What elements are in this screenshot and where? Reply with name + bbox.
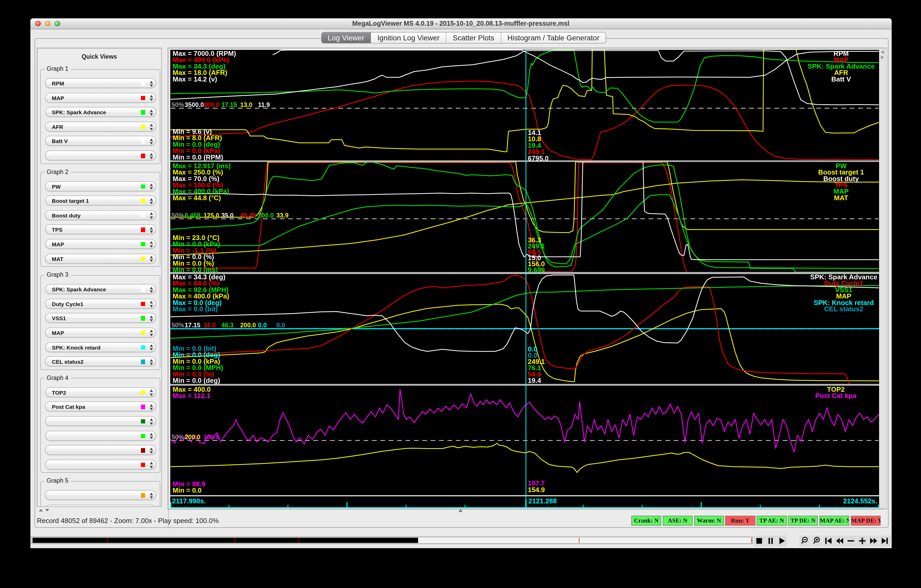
svg-text:Batt V: Batt V: [831, 75, 851, 83]
svg-text:200.0: 200.0: [184, 433, 200, 440]
svg-text:9.699: 9.699: [527, 266, 545, 274]
svg-text:Max = 44.8 (°C): Max = 44.8 (°C): [172, 194, 221, 202]
svg-text:Max = 14.2 (v): Max = 14.2 (v): [172, 75, 217, 83]
svg-text:2121.288: 2121.288: [528, 497, 557, 505]
svg-text:50%: 50%: [171, 321, 184, 328]
svg-text:125.0: 125.0: [203, 212, 219, 218]
svg-text:200.0: 200.0: [240, 321, 255, 328]
svg-text:17.15: 17.15: [184, 321, 200, 328]
svg-text:32.0: 32.0: [203, 321, 216, 328]
svg-text:3500.0: 3500.0: [184, 101, 203, 108]
svg-text:13.0: 13.0: [240, 101, 252, 108]
svg-text:200.0: 200.0: [258, 212, 273, 218]
svg-text:46.3: 46.3: [221, 321, 233, 328]
svg-text:6.458: 6.458: [184, 212, 200, 218]
svg-text:Max = 0.0 (bit): Max = 0.0 (bit): [172, 305, 218, 313]
svg-text:19.4: 19.4: [527, 376, 541, 384]
svg-text:Post Cat kpa: Post Cat kpa: [815, 391, 856, 399]
svg-text:200.0: 200.0: [203, 101, 219, 108]
svg-text:49.45: 49.45: [240, 212, 255, 218]
svg-text:Min = 0.0 (RPM): Min = 0.0 (RPM): [172, 153, 223, 161]
svg-text:100.5: 100.5: [203, 433, 219, 440]
svg-text:2124.552s.: 2124.552s.: [843, 497, 877, 505]
svg-text:Min = 0.0 (ms): Min = 0.0 (ms): [172, 265, 218, 273]
svg-text:MAT: MAT: [834, 194, 848, 202]
svg-text:0.0: 0.0: [258, 321, 267, 328]
svg-text:154.9: 154.9: [527, 485, 545, 494]
svg-text:Min = 0.0 (deg): Min = 0.0 (deg): [172, 376, 220, 384]
svg-text:50%: 50%: [171, 101, 184, 108]
svg-text:50%: 50%: [171, 212, 184, 218]
svg-text:35.0: 35.0: [221, 212, 233, 218]
svg-text:2117.990s.: 2117.990s.: [172, 497, 206, 505]
svg-text:6795.0: 6795.0: [527, 154, 548, 162]
svg-text:33.9: 33.9: [276, 212, 288, 218]
svg-text:50%: 50%: [171, 433, 184, 440]
svg-text:11.9: 11.9: [258, 101, 270, 108]
svg-text:CEL status2: CEL status2: [824, 305, 863, 313]
svg-text:Max = 112.1: Max = 112.1: [172, 391, 210, 399]
svg-text:Min = 0.0: Min = 0.0: [172, 486, 202, 494]
svg-text:0.0: 0.0: [276, 321, 285, 328]
svg-text:17.15: 17.15: [221, 101, 237, 108]
